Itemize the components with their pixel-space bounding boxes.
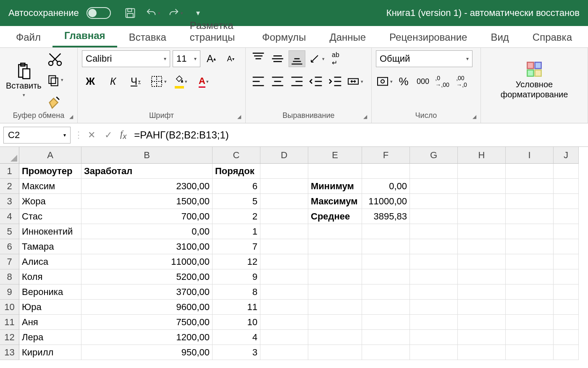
row-header[interactable]: 5 <box>0 224 19 239</box>
cell[interactable] <box>554 254 579 269</box>
cell[interactable] <box>506 254 554 269</box>
cell[interactable] <box>362 224 410 239</box>
undo-icon[interactable]: ▾ <box>145 5 160 21</box>
cell[interactable] <box>260 254 308 269</box>
cell[interactable] <box>260 345 308 360</box>
column-header[interactable]: I <box>506 147 554 164</box>
cell[interactable] <box>554 315 579 330</box>
cut-icon[interactable] <box>47 51 63 68</box>
cell[interactable]: Минимум <box>308 179 362 194</box>
cell[interactable] <box>410 179 458 194</box>
italic-button[interactable]: К <box>105 73 121 90</box>
cell[interactable] <box>362 345 410 360</box>
cell[interactable]: Коля <box>19 269 81 284</box>
cell[interactable] <box>410 315 458 330</box>
cell[interactable] <box>506 284 554 300</box>
tab-вид[interactable]: Вид <box>479 26 520 47</box>
cell[interactable] <box>260 269 308 284</box>
cell[interactable] <box>362 330 410 345</box>
thousands-icon[interactable]: 000 <box>415 73 431 90</box>
align-top-icon[interactable] <box>250 50 267 67</box>
align-right-icon[interactable] <box>289 73 305 90</box>
row-header[interactable]: 1 <box>0 164 19 179</box>
cell[interactable]: 3700,00 <box>81 284 213 300</box>
row-header[interactable]: 11 <box>0 315 19 330</box>
font-name-combo[interactable]: Calibri▾ <box>82 50 170 67</box>
cell[interactable]: Жора <box>19 194 81 209</box>
row-header[interactable]: 10 <box>0 300 19 315</box>
cell[interactable] <box>410 164 458 179</box>
cell[interactable]: Заработал <box>81 164 213 179</box>
cell[interactable]: 7500,00 <box>81 315 213 330</box>
cell[interactable]: Максим <box>19 179 81 194</box>
cell[interactable] <box>458 209 506 224</box>
decrease-indent-icon[interactable] <box>308 73 325 90</box>
cell[interactable] <box>260 239 308 254</box>
tab-рецензирование[interactable]: Рецензирование <box>378 26 479 47</box>
cell[interactable]: 8 <box>213 284 260 300</box>
align-center-icon[interactable] <box>269 73 286 90</box>
percent-icon[interactable]: % <box>395 73 412 90</box>
merge-cells-icon[interactable]: ▾ <box>346 73 363 90</box>
cell[interactable] <box>308 284 362 300</box>
cell[interactable] <box>506 345 554 360</box>
cell[interactable] <box>260 300 308 315</box>
column-header[interactable]: B <box>81 147 213 164</box>
cell[interactable] <box>554 164 579 179</box>
cell[interactable] <box>410 254 458 269</box>
cell[interactable] <box>554 179 579 194</box>
tab-вставка[interactable]: Вставка <box>117 26 178 47</box>
fill-color-icon[interactable]: ▾ <box>173 73 189 90</box>
cell[interactable] <box>506 330 554 345</box>
cell[interactable]: 0,00 <box>362 179 410 194</box>
cell[interactable] <box>506 239 554 254</box>
formula-input[interactable] <box>130 129 588 141</box>
increase-indent-icon[interactable] <box>327 73 344 90</box>
align-middle-icon[interactable] <box>269 50 286 67</box>
cell[interactable]: 5 <box>213 194 260 209</box>
cell[interactable] <box>410 224 458 239</box>
cell[interactable] <box>458 179 506 194</box>
borders-icon[interactable]: ▾ <box>150 73 167 90</box>
cell[interactable]: Юра <box>19 300 81 315</box>
cell[interactable] <box>554 194 579 209</box>
cell[interactable] <box>260 209 308 224</box>
cell[interactable] <box>554 224 579 239</box>
cell[interactable] <box>458 315 506 330</box>
autosave-toggle[interactable] <box>87 7 111 19</box>
column-header[interactable]: D <box>260 147 308 164</box>
fx-icon[interactable]: fx <box>120 128 126 141</box>
cell[interactable] <box>506 194 554 209</box>
row-header[interactable]: 13 <box>0 345 19 360</box>
tab-формулы[interactable]: Формулы <box>250 26 318 47</box>
spreadsheet-grid[interactable]: ABCDEFGHIJ 1ПромоутерЗаработалПорядок2Ма… <box>0 147 588 360</box>
column-header[interactable]: H <box>458 147 506 164</box>
cell[interactable] <box>458 194 506 209</box>
cell[interactable] <box>506 300 554 315</box>
cell[interactable] <box>458 164 506 179</box>
cell[interactable] <box>554 269 579 284</box>
cell[interactable]: 2300,00 <box>81 179 213 194</box>
cell[interactable] <box>554 284 579 300</box>
cell[interactable] <box>410 300 458 315</box>
cell[interactable]: Стас <box>19 209 81 224</box>
cell[interactable] <box>410 194 458 209</box>
column-header[interactable]: C <box>213 147 260 164</box>
cell[interactable] <box>308 254 362 269</box>
cell[interactable] <box>554 239 579 254</box>
column-header[interactable]: J <box>554 147 579 164</box>
cell[interactable]: 5200,00 <box>81 269 213 284</box>
cell[interactable] <box>308 330 362 345</box>
decrease-font-icon[interactable]: A▾ <box>222 50 239 67</box>
cell[interactable] <box>410 269 458 284</box>
cancel-formula-icon[interactable]: ✕ <box>83 127 100 144</box>
row-header[interactable]: 3 <box>0 194 19 209</box>
conditional-formatting-button[interactable]: Условное форматирование <box>485 59 583 101</box>
cell[interactable] <box>260 315 308 330</box>
format-painter-icon[interactable] <box>47 93 63 110</box>
cell[interactable] <box>458 330 506 345</box>
cell[interactable] <box>308 224 362 239</box>
increase-decimal-icon[interactable]: ,0→,00 <box>434 73 451 90</box>
cell[interactable] <box>260 330 308 345</box>
cell[interactable] <box>260 284 308 300</box>
